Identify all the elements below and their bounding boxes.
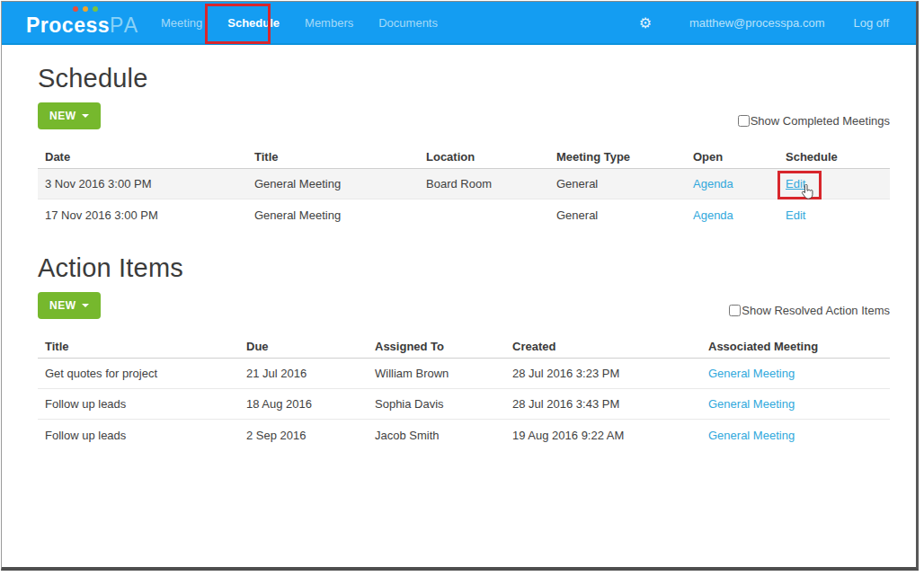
associated-meeting-link[interactable]: General Meeting	[708, 397, 795, 411]
schedule-new-button-label: NEW	[49, 110, 76, 122]
table-row: Get quotes for project 21 Jul 2016 Willi…	[38, 359, 890, 389]
cell-location: Board Room	[419, 177, 549, 191]
logo-text-process: Process	[26, 13, 110, 38]
cell-created: 19 Aug 2016 9:22 AM	[505, 429, 701, 442]
main-nav: Meeting Schedule Members Documents	[148, 2, 450, 43]
cell-date: 3 Nov 2016 3:00 PM	[38, 177, 247, 191]
app-window: ProcessPA Meeting Schedule Members Docum…	[1, 1, 919, 571]
table-row: Follow up leads 18 Aug 2016 Sophia Davis…	[38, 389, 890, 420]
cell-title: Follow up leads	[38, 429, 239, 442]
app-logo[interactable]: ProcessPA	[26, 8, 139, 38]
cell-due: 18 Aug 2016	[239, 397, 368, 411]
show-resolved-action-items-label: Show Resolved Action Items	[742, 304, 890, 317]
action-items-table-header: Title Due Assigned To Created Associated…	[38, 334, 890, 359]
action-items-new-button-label: NEW	[49, 299, 76, 312]
mouse-pointer-hand-icon	[801, 184, 813, 199]
cell-date: 17 Nov 2016 3:00 PM	[38, 208, 247, 222]
cell-title: General Meeting	[247, 208, 419, 222]
cell-created: 28 Jul 2016 3:43 PM	[505, 397, 701, 411]
action-items-table: Title Due Assigned To Created Associated…	[38, 334, 890, 450]
cell-title: Follow up leads	[38, 397, 239, 411]
nav-tab-schedule[interactable]: Schedule	[215, 2, 292, 43]
col-header-meeting-type: Meeting Type	[549, 150, 686, 164]
table-row: 3 Nov 2016 3:00 PM General Meeting Board…	[38, 169, 890, 199]
table-row: Follow up leads 2 Sep 2016 Jacob Smith 1…	[38, 420, 890, 450]
associated-meeting-link[interactable]: General Meeting	[708, 367, 795, 380]
nav-tab-meeting[interactable]: Meeting	[148, 2, 215, 43]
cell-meeting-type: General	[549, 208, 686, 222]
gear-icon[interactable]: ⚙︎	[639, 14, 652, 31]
nav-tab-members[interactable]: Members	[292, 2, 366, 43]
edit-link[interactable]: Edit	[786, 208, 805, 222]
col-header-due: Due	[239, 340, 368, 353]
schedule-section-title: Schedule	[38, 64, 890, 93]
cell-assigned-to: William Brown	[368, 367, 505, 380]
cell-assigned-to: Jacob Smith	[368, 429, 505, 442]
cell-meeting-type: General	[549, 177, 686, 191]
logo-text-pa: PA	[110, 13, 139, 38]
nav-tab-documents[interactable]: Documents	[366, 2, 450, 43]
agenda-link[interactable]: Agenda	[693, 208, 733, 222]
show-resolved-action-items-row: Show Resolved Action Items	[729, 304, 890, 319]
col-header-schedule: Schedule	[778, 150, 890, 164]
cell-title: General Meeting	[247, 177, 419, 191]
cell-assigned-to: Sophia Davis	[368, 397, 505, 411]
schedule-table-header: Date Title Location Meeting Type Open Sc…	[38, 145, 890, 169]
show-completed-meetings-row: Show Completed Meetings	[738, 114, 890, 129]
caret-down-icon	[82, 304, 89, 307]
schedule-new-button[interactable]: NEW	[38, 102, 101, 129]
agenda-link[interactable]: Agenda	[693, 177, 733, 191]
topbar-right-group: ⚙︎ matthew@processpa.com Log off	[639, 14, 889, 31]
page-content: Schedule NEW Show Completed Meetings Dat…	[2, 64, 916, 450]
cell-title: Get quotes for project	[38, 367, 239, 380]
col-header-title: Title	[247, 150, 419, 164]
log-off-link[interactable]: Log off	[853, 16, 889, 30]
schedule-toolbar: NEW Show Completed Meetings	[38, 102, 890, 129]
logo-dots-icon	[73, 6, 98, 12]
show-completed-meetings-label: Show Completed Meetings	[751, 114, 890, 128]
col-header-assigned-to: Assigned To	[368, 340, 505, 353]
user-email-link[interactable]: matthew@processpa.com	[689, 16, 824, 30]
top-navigation-bar: ProcessPA Meeting Schedule Members Docum…	[2, 2, 916, 45]
cell-due: 21 Jul 2016	[239, 367, 368, 380]
show-resolved-action-items-checkbox[interactable]	[729, 305, 741, 316]
show-completed-meetings-checkbox[interactable]	[738, 115, 750, 127]
col-header-associated-meeting: Associated Meeting	[701, 340, 890, 353]
col-header-title: Title	[38, 340, 239, 353]
col-header-open: Open	[686, 150, 778, 164]
schedule-table: Date Title Location Meeting Type Open Sc…	[38, 145, 890, 230]
col-header-created: Created	[505, 340, 701, 353]
col-header-date: Date	[38, 150, 247, 164]
caret-down-icon	[82, 114, 89, 118]
action-items-section-title: Action Items	[38, 253, 890, 283]
table-row: 17 Nov 2016 3:00 PM General Meeting Gene…	[38, 199, 890, 230]
col-header-location: Location	[419, 150, 549, 164]
action-items-new-button[interactable]: NEW	[38, 292, 101, 319]
action-items-toolbar: NEW Show Resolved Action Items	[38, 292, 890, 319]
cell-created: 28 Jul 2016 3:23 PM	[505, 367, 701, 380]
cell-due: 2 Sep 2016	[239, 429, 368, 442]
associated-meeting-link[interactable]: General Meeting	[708, 429, 795, 442]
